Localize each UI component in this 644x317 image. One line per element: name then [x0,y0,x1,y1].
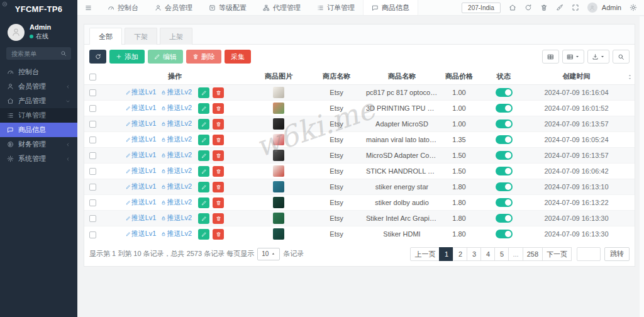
row-delete-button[interactable] [213,229,224,240]
push-lv1-link[interactable]: 推送Lv1 [126,198,157,206]
row-checkbox[interactable] [89,152,96,159]
export-button[interactable] [587,50,609,64]
product-thumbnail[interactable] [273,87,284,98]
row-delete-button[interactable] [213,119,224,130]
row-delete-button[interactable] [213,150,224,161]
trash-icon[interactable] [540,4,548,11]
status-toggle[interactable] [496,214,513,223]
topnav-item-控制台[interactable]: 控制台 [99,0,147,15]
row-checkbox[interactable] [89,168,96,175]
page-button-...[interactable]: ... [508,247,523,261]
column-header-商品价格[interactable]: 商品价格 [439,69,479,85]
push-lv1-link[interactable]: 推送Lv1 [126,167,157,174]
sidebar-item-财务管理[interactable]: 财务管理 [0,137,77,152]
sidebar-item-会员管理[interactable]: 会员管理 [0,79,77,94]
page-button-5[interactable]: 5 [494,247,509,261]
columns-button[interactable] [562,50,584,64]
row-edit-button[interactable] [198,103,209,114]
toggle-view-button[interactable] [542,50,559,64]
push-lv2-link[interactable]: 推送Lv2 [161,167,192,174]
status-toggle[interactable] [496,198,513,207]
topnav-item-代理管理[interactable]: 代理管理 [255,0,309,15]
push-lv1-link[interactable]: 推送Lv1 [126,135,157,143]
row-checkbox[interactable] [89,184,96,191]
navbar-avatar[interactable] [587,3,597,13]
topnav-item-订单管理[interactable]: 订单管理 [309,0,363,15]
push-lv2-link[interactable]: 推送Lv2 [161,120,192,127]
push-lv1-link[interactable]: 推送Lv1 [126,214,157,221]
column-header-操作[interactable]: 操作 [101,69,249,85]
navbar-user-label[interactable]: Admin [602,4,621,11]
page-button-上一页[interactable]: 上一页 [410,247,440,261]
page-button-下一页[interactable]: 下一页 [542,247,572,261]
push-lv1-link[interactable]: 推送Lv1 [126,182,157,190]
avatar[interactable] [8,24,25,41]
expand-icon[interactable] [572,4,579,11]
row-checkbox[interactable] [89,231,96,238]
push-lv2-link[interactable]: 推送Lv2 [161,198,192,206]
sidebar-item-产品管理[interactable]: 产品管理 [0,94,77,108]
row-delete-button[interactable] [213,182,224,192]
refresh-button[interactable] [89,50,106,64]
page-button-2[interactable]: 2 [453,247,467,261]
product-thumbnail[interactable] [273,213,284,224]
delete-button[interactable]: 删除 [186,50,221,64]
push-lv2-link[interactable]: 推送Lv2 [161,104,192,111]
page-button-258[interactable]: 258 [523,247,543,261]
row-delete-button[interactable] [213,213,224,224]
page-size-select[interactable]: 10 [257,248,280,260]
gears-icon[interactable] [630,4,637,11]
push-lv2-link[interactable]: 推送Lv2 [161,135,192,143]
row-edit-button[interactable] [198,166,209,177]
push-lv2-link[interactable]: 推送Lv2 [161,230,192,237]
product-thumbnail[interactable] [273,103,284,114]
sidebar-item-控制台[interactable]: 控制台 [0,65,77,79]
status-toggle[interactable] [496,135,513,144]
select-all-checkbox[interactable] [89,74,96,81]
status-toggle[interactable] [496,230,513,238]
push-lv1-link[interactable]: 推送Lv1 [126,104,157,111]
status-toggle[interactable] [496,104,513,113]
sort-icon[interactable] [627,74,633,81]
row-edit-button[interactable] [198,119,209,130]
product-thumbnail[interactable] [273,134,284,145]
tab-上架[interactable]: 上架 [160,28,192,45]
column-header-创建时间[interactable]: 创建时间 [528,69,625,85]
page-jump-button[interactable]: 跳转 [604,247,630,261]
status-toggle[interactable] [496,88,513,97]
sidebar-item-订单管理[interactable]: 订单管理 [0,108,77,123]
topnav-item-等级配置[interactable]: 等级配置 [201,0,255,15]
product-thumbnail[interactable] [273,181,284,192]
broom-icon[interactable] [556,4,564,11]
row-delete-button[interactable] [213,197,224,208]
row-checkbox[interactable] [89,136,96,143]
push-lv1-link[interactable]: 推送Lv1 [126,88,157,96]
push-lv1-link[interactable]: 推送Lv1 [126,120,157,127]
refresh-icon[interactable] [525,4,532,11]
push-lv2-link[interactable]: 推送Lv2 [161,182,192,190]
tab-全部[interactable]: 全部 [89,28,122,45]
row-checkbox[interactable] [89,105,96,112]
row-delete-button[interactable] [213,87,224,98]
menu-toggle-button[interactable] [77,0,99,15]
push-lv2-link[interactable]: 推送Lv2 [161,214,192,221]
add-button[interactable]: 添加 [109,50,145,64]
page-button-1[interactable]: 1 [439,247,453,261]
row-edit-button[interactable] [198,182,209,192]
topnav-item-商品信息[interactable]: 商品信息 [363,0,418,15]
column-header-状态[interactable]: 状态 [479,69,528,85]
scrollbar[interactable] [640,16,644,317]
collect-button[interactable]: 采集 [225,50,251,64]
row-edit-button[interactable] [198,213,209,224]
push-lv1-link[interactable]: 推送Lv1 [126,151,157,158]
home-icon[interactable] [509,4,516,11]
edit-button[interactable]: 编辑 [148,50,183,64]
product-thumbnail[interactable] [273,228,284,240]
product-thumbnail[interactable] [273,197,284,208]
push-lv1-link[interactable]: 推送Lv1 [126,230,157,237]
search-toggle-button[interactable] [613,50,630,64]
page-button-3[interactable]: 3 [467,247,481,261]
topnav-item-会员管理[interactable]: 会员管理 [147,0,201,15]
column-header-商品名称[interactable]: 商品名称 [365,69,439,85]
sidebar-item-商品信息[interactable]: 商品信息 [0,123,77,137]
